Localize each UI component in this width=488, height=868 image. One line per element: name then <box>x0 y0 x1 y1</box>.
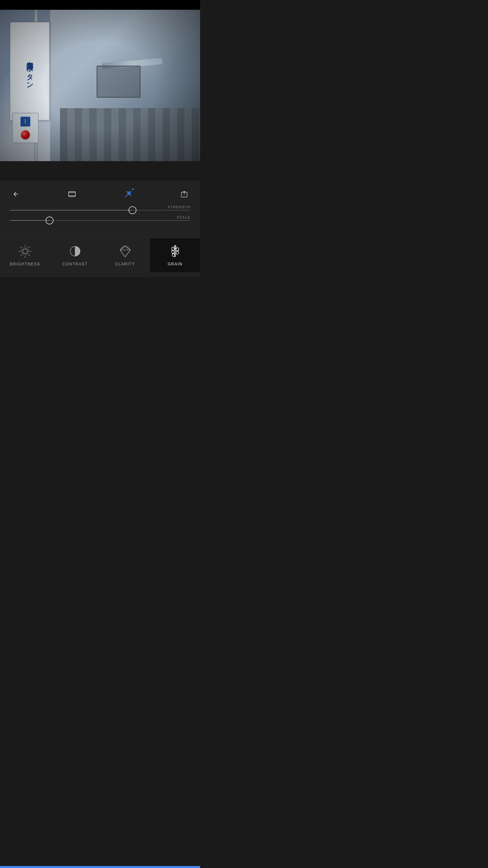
svg-line-19 <box>21 247 22 248</box>
sign-post: 音響用押ボタン 🚶 <box>10 10 54 161</box>
top-status-bar <box>0 0 200 10</box>
back-button[interactable] <box>10 188 22 200</box>
svg-line-20 <box>29 255 30 256</box>
svg-line-22 <box>21 255 22 256</box>
clarity-label: CLARITY <box>115 262 135 267</box>
strength-fill <box>10 210 132 211</box>
contrast-icon <box>68 244 83 258</box>
share-button[interactable] <box>178 188 190 200</box>
toolbar <box>0 186 200 208</box>
bottom-accent-bar <box>0 866 200 868</box>
bicycle <box>80 55 190 161</box>
strength-slider-row: STRENGTH <box>10 210 190 211</box>
scale-slider-row: SCALE <box>10 220 190 221</box>
contrast-label: CONTRAST <box>62 262 88 267</box>
svg-line-29 <box>120 250 125 257</box>
scale-label: SCALE <box>177 215 190 219</box>
svg-point-14 <box>21 247 29 255</box>
scale-track[interactable] <box>10 220 190 221</box>
svg-point-13 <box>23 249 28 254</box>
tools-button[interactable] <box>122 188 134 200</box>
controls-panel: STRENGTH SCALE <box>0 181 200 277</box>
svg-point-38 <box>172 253 175 257</box>
pedestrian-icon: 🚶 <box>22 118 29 125</box>
separator <box>0 161 200 181</box>
walk-signal: 🚶 <box>21 117 30 126</box>
grain-tool[interactable]: GRAIN <box>150 238 200 272</box>
film-strip-button[interactable] <box>66 188 78 200</box>
brightness-label: BRIGHTNESS <box>10 262 40 267</box>
sliders-section: STRENGTH SCALE <box>0 208 200 233</box>
signal-button <box>21 130 30 139</box>
scale-fill <box>10 220 50 221</box>
brightness-icon <box>18 244 32 258</box>
active-indicator-dot <box>132 188 134 190</box>
tool-selector: BRIGHTNESS CONTRAST <box>0 238 200 272</box>
grain-icon <box>168 244 183 258</box>
scale-thumb[interactable] <box>45 217 54 224</box>
sign-text: 音響用押ボタン <box>26 56 34 86</box>
clarity-icon <box>118 244 132 258</box>
strength-thumb[interactable] <box>129 206 136 214</box>
photo-display: 音響用押ボタン 🚶 <box>0 10 200 161</box>
strength-label: STRENGTH <box>168 205 190 209</box>
signal-box: 🚶 <box>12 113 38 143</box>
contrast-tool[interactable]: CONTRAST <box>50 238 100 272</box>
brightness-tool[interactable]: BRIGHTNESS <box>0 238 50 272</box>
svg-point-42 <box>175 246 176 247</box>
grain-label: GRAIN <box>168 262 183 267</box>
bike-basket <box>97 66 140 97</box>
strength-track[interactable] <box>10 210 190 211</box>
svg-line-30 <box>125 250 130 257</box>
clarity-tool[interactable]: CLARITY <box>100 238 150 272</box>
svg-line-21 <box>29 247 30 248</box>
sign-board: 音響用押ボタン <box>10 22 50 120</box>
